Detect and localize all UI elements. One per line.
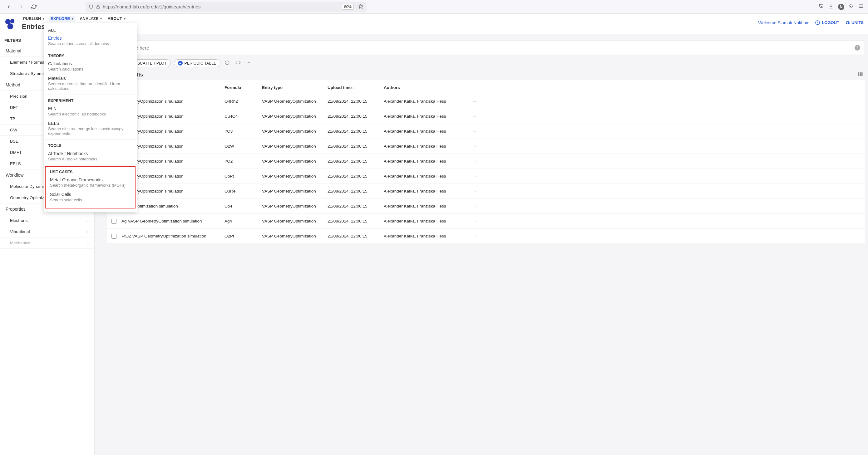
download-icon[interactable] (828, 3, 834, 10)
table-row[interactable]: ometryOptimization simulationCo4VASP Geo… (107, 199, 865, 214)
url-text: https://nomad-lab.eu/prod/v1/gui/search/… (103, 4, 201, 9)
open-row-icon[interactable]: → (471, 158, 487, 164)
cell-type: VASP GeometryOptimization (262, 234, 328, 238)
extensions-icon[interactable] (849, 3, 854, 10)
reset-icon[interactable] (223, 60, 231, 66)
code-icon[interactable] (234, 60, 242, 66)
zoom-badge[interactable]: 80% (342, 4, 354, 10)
cell-type: VASP GeometryOptimization (262, 189, 328, 193)
units-button[interactable]: UNITS (845, 20, 864, 25)
dropdown-item-title: EELS (48, 121, 132, 126)
columns-icon[interactable] (857, 71, 863, 78)
table-row[interactable]: Ag VASP GeometryOptimization simulationA… (107, 214, 865, 229)
row-checkbox[interactable] (112, 234, 117, 239)
top-menu: PUBLISH▾ EXPLORE▾ ANALYZE▾ ABOUT▾ (22, 15, 127, 22)
cell-formula: Ag4 (224, 219, 262, 223)
menu-about[interactable]: ABOUT▾ (106, 15, 126, 22)
filter-item[interactable]: Electronic› (0, 215, 94, 226)
chevron-right-icon: › (87, 240, 89, 245)
table-row[interactable]: PtO2 VASP GeometryOptimization simulatio… (107, 229, 865, 244)
table-row[interactable]: GeometryOptimization simulationCoPtVASP … (107, 169, 865, 184)
row-checkbox[interactable] (112, 219, 117, 224)
explore-dropdown: ALLEntriesSearch entries across all doma… (44, 23, 137, 212)
forward-button[interactable] (17, 2, 26, 11)
dropdown-item[interactable]: Metal-Organic FrameworksSearch metal-org… (45, 176, 135, 191)
table-row[interactable]: GeometryOptimization simulationCu4O4VASP… (107, 109, 865, 124)
nomad-logo (4, 18, 16, 30)
filter-label: EELS (10, 161, 21, 166)
dropdown-item[interactable]: ELNSearch electronic lab notebooks (44, 105, 137, 120)
cell-name: GeometryOptimization simulation (121, 159, 224, 164)
filter-item[interactable]: Mechanical› (0, 237, 94, 249)
menu-publish[interactable]: PUBLISH▾ (22, 15, 45, 22)
table-row[interactable]: GeometryOptimization simulationO4Rh2VASP… (107, 94, 865, 109)
open-row-icon[interactable]: → (471, 143, 487, 150)
lock-icon (96, 5, 100, 9)
open-row-icon[interactable]: → (471, 203, 487, 209)
search-input[interactable]: query or keyword here ? (98, 40, 865, 55)
dropdown-item[interactable]: MaterialsSearch materials that are ident… (44, 74, 137, 94)
open-row-icon[interactable]: → (471, 233, 487, 239)
dropdown-item[interactable]: EELSSearch electron energy loss spectros… (44, 120, 137, 139)
pocket-icon[interactable] (819, 3, 824, 10)
open-row-icon[interactable]: → (471, 218, 487, 224)
back-button[interactable] (4, 2, 13, 11)
col-authors[interactable]: Authors (384, 85, 471, 90)
cell-type: VASP GeometryOptimization (262, 174, 328, 178)
table-row[interactable]: GeometryOptimization simulationO2WVASP G… (107, 139, 865, 154)
logout-icon (815, 20, 820, 25)
menu-explore[interactable]: EXPLORE▾ (49, 15, 75, 22)
cell-type: VASP GeometryOptimization (262, 219, 328, 223)
help-icon[interactable]: ? (855, 45, 860, 51)
menu-analyze[interactable]: ANALYZE▾ (79, 15, 103, 22)
cell-formula: O4Rh2 (224, 99, 262, 104)
open-row-icon[interactable]: → (471, 128, 487, 134)
svg-rect-6 (858, 72, 859, 76)
open-row-icon[interactable]: → (471, 173, 487, 180)
dropdown-item[interactable]: CalculationsSearch calculations (44, 60, 137, 74)
cell-authors: Alexander Kafka, Franziska Hess (384, 114, 471, 119)
profile-icon[interactable]: N (838, 4, 844, 10)
dropdown-item-subtitle: Search materials that are identified fro… (48, 82, 132, 91)
table-row[interactable]: GeometryOptimization simulationIrO2VASP … (107, 154, 865, 169)
hamburger-icon[interactable] (858, 3, 864, 10)
open-row-icon[interactable]: → (471, 98, 487, 104)
filter-label: DFT (10, 105, 18, 110)
periodic-chip[interactable]: +PERIODIC TABLE (174, 59, 220, 67)
url-bar[interactable]: https://nomad-lab.eu/prod/v1/gui/search/… (86, 2, 367, 12)
dropdown-item[interactable]: Solar CellsSearch solar cells (45, 191, 135, 205)
sort-desc-icon: ↓ (353, 86, 355, 90)
cell-formula: CoPt (224, 174, 262, 178)
cell-name: GeometryOptimization simulation (121, 144, 224, 149)
col-upload-time[interactable]: Upload time ↓ (328, 85, 384, 90)
cell-formula: O2W (224, 144, 262, 149)
col-entry-type[interactable]: Entry type (262, 85, 328, 90)
svg-point-3 (10, 19, 14, 23)
open-row-icon[interactable]: → (471, 188, 487, 194)
cell-name: PtO2 VASP GeometryOptimization simulatio… (121, 234, 224, 238)
cell-formula: Co4 (224, 204, 262, 208)
cell-authors: Alexander Kafka, Franziska Hess (384, 129, 471, 134)
chevron-down-icon: ▾ (43, 17, 44, 20)
table-row[interactable]: GeometryOptimization simulationIrO3VASP … (107, 124, 865, 139)
filter-item[interactable]: Vibrational› (0, 226, 94, 237)
cell-time: 21/08/2024, 22:00:15 (328, 114, 384, 119)
filter-label: Mechanical (10, 240, 31, 245)
cell-formula: Cu4O4 (224, 114, 262, 119)
reload-button[interactable] (29, 2, 38, 11)
cell-time: 21/08/2024, 22:00:15 (328, 189, 384, 193)
open-row-icon[interactable]: → (471, 113, 487, 120)
logout-button[interactable]: LOGOUT (815, 20, 839, 25)
table-row[interactable]: GeometryOptimization simulationO3ReVASP … (107, 184, 865, 199)
col-formula[interactable]: Formula (224, 85, 262, 90)
collapse-icon[interactable] (245, 60, 252, 66)
dropdown-item-subtitle: Search entries across all domains (48, 41, 132, 46)
cell-formula: O2Pt (224, 234, 262, 238)
dropdown-item[interactable]: AI Toolkit NotebooksSearch AI toolkit no… (44, 150, 137, 164)
cell-time: 21/08/2024, 22:00:15 (328, 204, 384, 208)
bookmark-star-icon[interactable] (358, 4, 364, 10)
dropdown-item-subtitle: Search electron energy loss spectroscopy… (48, 126, 132, 136)
dropdown-item[interactable]: EntriesSearch entries across all domains (44, 34, 137, 49)
cell-type: VASP GeometryOptimization (262, 114, 328, 119)
user-link[interactable]: Siamak Nakhaie (777, 20, 809, 25)
